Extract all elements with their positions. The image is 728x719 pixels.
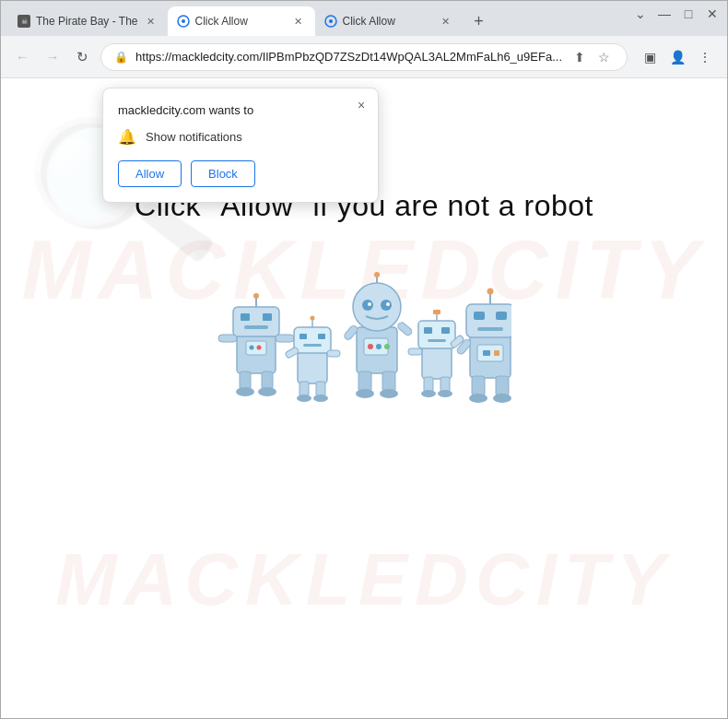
tab1-favicon: ☠ xyxy=(18,15,30,28)
svg-rect-56 xyxy=(441,327,450,334)
page-content: 🔍 MACKLEDCITY MACKLEDCITY Click "Allow" … xyxy=(1,78,727,718)
svg-rect-23 xyxy=(294,327,331,353)
svg-rect-55 xyxy=(424,327,432,334)
svg-rect-63 xyxy=(440,377,450,392)
browser-window: ☠ The Pirate Bay - The ✕ Click Allow ✕ xyxy=(0,0,728,719)
notification-popup: × mackledcity.com wants to 🔔 Show notifi… xyxy=(102,88,379,203)
svg-rect-22 xyxy=(298,350,327,383)
svg-rect-7 xyxy=(233,307,279,336)
menu-icon[interactable]: ⋮ xyxy=(692,44,718,70)
tab3-close[interactable]: ✕ xyxy=(439,14,453,29)
svg-rect-61 xyxy=(408,348,422,355)
svg-rect-19 xyxy=(246,341,266,355)
close-button[interactable]: ✕ xyxy=(705,6,720,21)
address-bar: ← → ↻ 🔒 https://mackledcity.com/IlPBmPbz… xyxy=(1,36,727,78)
back-button[interactable]: ← xyxy=(10,44,35,70)
svg-rect-80 xyxy=(483,350,490,356)
svg-text:☠: ☠ xyxy=(21,18,28,26)
svg-rect-10 xyxy=(244,325,268,329)
svg-rect-67 xyxy=(466,304,511,337)
svg-rect-44 xyxy=(396,321,413,336)
title-bar: ☠ The Pirate Bay - The ✕ Click Allow ✕ xyxy=(1,1,727,36)
popup-permission-row: 🔔 Show notifications xyxy=(118,128,363,146)
watermark-text-bottom: MACKLEDCITY xyxy=(55,537,673,622)
svg-rect-45 xyxy=(358,371,371,392)
svg-rect-57 xyxy=(428,339,446,342)
svg-rect-14 xyxy=(276,335,294,342)
svg-point-3 xyxy=(182,19,185,23)
svg-rect-8 xyxy=(241,313,250,321)
svg-rect-69 xyxy=(496,312,507,320)
svg-point-21 xyxy=(257,346,262,350)
svg-rect-59 xyxy=(433,310,440,314)
svg-rect-46 xyxy=(382,371,395,392)
svg-point-47 xyxy=(356,389,374,398)
popup-title: mackledcity.com wants to xyxy=(118,103,363,117)
svg-point-17 xyxy=(236,387,254,396)
svg-rect-76 xyxy=(496,376,509,396)
svg-rect-32 xyxy=(316,382,325,396)
allow-button[interactable]: Allow xyxy=(118,160,182,187)
permission-text: Show notifications xyxy=(146,130,242,144)
svg-point-64 xyxy=(421,390,436,397)
tab2-label: Click Allow xyxy=(195,15,286,28)
toolbar-icons: ▣ 👤 ⋮ xyxy=(637,44,718,70)
svg-rect-54 xyxy=(418,321,455,348)
new-tab-button[interactable]: + xyxy=(466,8,492,34)
forward-button[interactable]: → xyxy=(41,44,65,70)
svg-point-38 xyxy=(381,300,392,311)
svg-rect-68 xyxy=(474,312,485,320)
svg-point-39 xyxy=(368,302,371,306)
svg-point-37 xyxy=(362,300,373,311)
svg-rect-30 xyxy=(327,350,340,357)
svg-point-34 xyxy=(313,395,328,402)
minimize-button[interactable]: — xyxy=(657,6,672,21)
profile-icon[interactable]: 👤 xyxy=(664,44,690,70)
tab-clickallow2[interactable]: Click Allow ✕ xyxy=(315,6,463,36)
tab2-close[interactable]: ✕ xyxy=(291,14,306,29)
extension-icon[interactable]: ▣ xyxy=(637,44,663,70)
bookmark-icon[interactable]: ☆ xyxy=(593,47,614,67)
window-controls: ⌄ — □ ✕ xyxy=(633,6,720,21)
svg-rect-81 xyxy=(494,350,499,356)
svg-rect-31 xyxy=(299,382,309,396)
tab1-label: The Pirate Bay - The xyxy=(36,15,138,28)
svg-rect-13 xyxy=(218,335,237,342)
maximize-button[interactable]: □ xyxy=(681,6,696,21)
refresh-button[interactable]: ↻ xyxy=(70,44,95,70)
svg-rect-25 xyxy=(318,334,325,339)
tab3-favicon xyxy=(324,15,337,28)
svg-rect-75 xyxy=(472,376,485,396)
robots-svg xyxy=(217,263,511,429)
svg-point-18 xyxy=(258,387,276,396)
svg-rect-9 xyxy=(263,313,272,321)
address-input[interactable]: 🔒 https://mackledcity.com/IlPBmPbzQD7ZSz… xyxy=(100,43,628,71)
share-icon[interactable]: ⬆ xyxy=(569,47,590,67)
tab3-label: Click Allow xyxy=(343,15,433,28)
popup-close-button[interactable]: × xyxy=(352,96,370,114)
bell-icon: 🔔 xyxy=(118,128,136,146)
svg-point-65 xyxy=(438,390,452,397)
block-button[interactable]: Block xyxy=(191,160,255,187)
address-text: https://mackledcity.com/IlPBmPbzQD7ZSzDt… xyxy=(135,50,562,64)
svg-rect-62 xyxy=(424,377,433,392)
svg-point-12 xyxy=(253,293,259,299)
svg-point-5 xyxy=(329,19,333,23)
tab-clickallow1[interactable]: Click Allow ✕ xyxy=(168,6,315,36)
svg-point-33 xyxy=(297,395,311,402)
lock-icon: 🔒 xyxy=(114,51,128,64)
svg-point-20 xyxy=(250,346,254,350)
svg-point-51 xyxy=(376,344,382,349)
svg-point-52 xyxy=(384,344,390,349)
svg-point-78 xyxy=(493,394,511,403)
tab1-close[interactable]: ✕ xyxy=(144,14,159,29)
tab-scroll-left-icon[interactable]: ⌄ xyxy=(633,6,648,21)
svg-point-48 xyxy=(380,389,398,398)
popup-buttons: Allow Block xyxy=(118,160,363,187)
svg-point-40 xyxy=(386,302,390,306)
tab-piratebay[interactable]: ☠ The Pirate Bay - The ✕ xyxy=(8,6,168,36)
svg-point-50 xyxy=(368,344,373,349)
address-action-icons: ⬆ ☆ xyxy=(569,47,614,67)
svg-point-77 xyxy=(469,394,487,403)
robot-illustration xyxy=(217,263,511,429)
